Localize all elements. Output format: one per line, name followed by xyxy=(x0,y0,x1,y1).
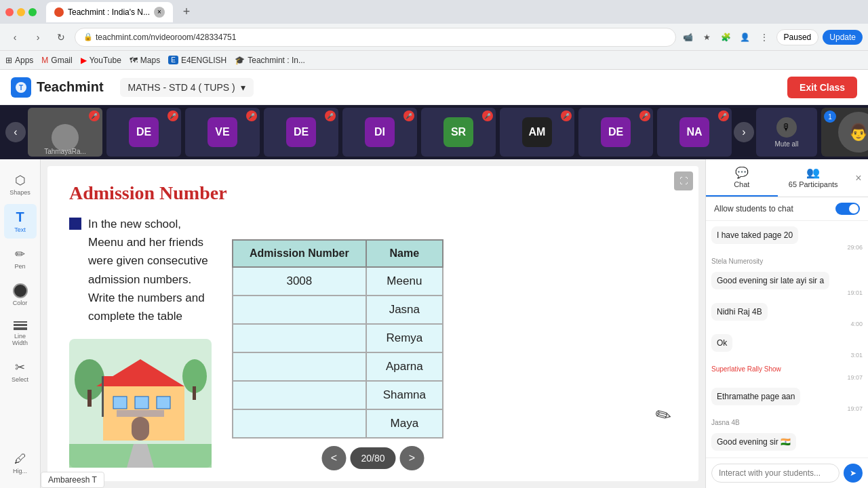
chat-messages: I have taked page 20 29:06 Stela Numeros… xyxy=(706,221,868,458)
pen-label: Pen xyxy=(14,263,25,270)
total-pages: 80 xyxy=(374,453,385,464)
url-text: teachmint.com/nvideoroom/428334751 xyxy=(96,33,236,42)
mute-all-icon: 🎙 xyxy=(776,117,797,138)
avatar-8: NA xyxy=(679,117,709,147)
address-bar[interactable]: 🔒 teachmint.com/nvideoroom/428334751 xyxy=(75,28,676,47)
class-selector[interactable]: MATHS - STD 4 ( TUPS ) ▾ xyxy=(120,78,254,97)
exit-class-btn[interactable]: Exit Class xyxy=(787,77,857,98)
window-minimize-btn[interactable] xyxy=(17,8,25,16)
paused-label: Paused xyxy=(784,33,812,42)
current-page: 20 xyxy=(361,453,372,464)
tab-favicon xyxy=(54,7,64,17)
tool-pen[interactable]: ✏ Pen xyxy=(4,241,37,275)
mic-muted-icon-8: 🎤 xyxy=(718,110,729,121)
main-area: ⬡ Shapes T Text ✏ Pen Color Line Width ✂… xyxy=(0,159,868,488)
menu-icon[interactable]: ⋮ xyxy=(756,29,772,45)
chat-icon: 💬 xyxy=(735,166,749,179)
bookmarks-bar: ⊞ Apps M Gmail ▶ YouTube 🗺 Maps E E4ENGL… xyxy=(0,51,868,70)
tool-color[interactable]: Color xyxy=(4,278,37,312)
new-tab-btn[interactable]: + xyxy=(177,3,196,22)
cell-name-0: Meenu xyxy=(366,267,443,296)
chat-input[interactable] xyxy=(711,464,840,483)
text-icon: T xyxy=(16,209,24,225)
chat-msg-5: Superlative Rally Show 19:07 xyxy=(711,365,863,381)
forward-btn[interactable]: › xyxy=(28,28,47,47)
bookmark-e4english[interactable]: E E4ENGLISH xyxy=(168,56,226,65)
participants-icon: 👥 xyxy=(806,166,820,179)
tab-chat[interactable]: 💬 Chat xyxy=(706,159,778,197)
profile-icon[interactable]: 👤 xyxy=(737,29,753,45)
toggle-knob xyxy=(849,204,859,214)
slide-table-wrap: Admission Number Name 3008 Meenu xyxy=(232,239,443,439)
cell-number-3 xyxy=(233,352,366,381)
window-maximize-btn[interactable] xyxy=(28,8,37,16)
apps-label: Apps xyxy=(15,56,33,65)
col-header-number: Admission Number xyxy=(233,240,366,267)
slide-navigation: < 20/80 > xyxy=(321,446,424,470)
cast-icon[interactable]: 📹 xyxy=(680,29,696,45)
bookmark-maps[interactable]: 🗺 Maps xyxy=(130,56,160,65)
mic-muted-icon-3: 🎤 xyxy=(325,110,336,121)
allow-chat-toggle[interactable] xyxy=(835,203,860,215)
bookmark-apps[interactable]: ⊞ Apps xyxy=(5,56,33,65)
tab-participants[interactable]: 👥 65 Participants xyxy=(778,159,850,197)
participant-card-7: DE 🎤 xyxy=(578,108,653,157)
app-header: T Teachmint MATHS - STD 4 ( TUPS ) ▾ Exi… xyxy=(0,70,868,105)
chat-msg-3: Nidhi Raj 4B 4:00 xyxy=(711,303,863,327)
chat-msg-time-5: 19:07 xyxy=(711,374,863,381)
toolbar-icons: 📹 ★ 🧩 👤 ⋮ xyxy=(680,29,772,45)
chat-msg-2: Good evening sir late ayi sir a 19:01 xyxy=(711,272,863,296)
slide-bullet: In the new school, Meenu and her friends… xyxy=(69,215,218,325)
bookmark-teachmint[interactable]: 🎓 Teachmint : In... xyxy=(235,56,305,65)
chat-msg-text-4: Ok xyxy=(711,334,732,352)
window-close-btn[interactable] xyxy=(5,8,14,16)
send-icon: ➤ xyxy=(850,468,856,478)
back-btn[interactable]: ‹ xyxy=(5,28,24,47)
tool-shapes[interactable]: ⬡ Shapes xyxy=(4,167,37,201)
slide-next-btn[interactable]: > xyxy=(400,446,425,470)
panel-collapse-btn[interactable]: × xyxy=(849,159,868,197)
shapes-label: Shapes xyxy=(9,189,31,196)
browser-tab-active[interactable]: Teachmint : India's N... × xyxy=(46,2,173,22)
slide-body: In the new school, Meenu and her friends… xyxy=(69,215,677,470)
tool-text[interactable]: T Text xyxy=(4,204,37,239)
refresh-btn[interactable]: ↻ xyxy=(52,28,71,47)
chat-msg-time-6: 19:07 xyxy=(711,405,863,412)
send-btn[interactable]: ➤ xyxy=(844,464,863,483)
tool-select[interactable]: ✂ Select xyxy=(4,354,37,388)
tab-close-btn[interactable]: × xyxy=(154,7,165,18)
participant-card-3: DE 🎤 xyxy=(264,108,338,157)
teacher-video-card: 1 👨 xyxy=(821,108,868,157)
user-badge: Ambareesh T xyxy=(41,472,104,488)
chat-msg-8: Good evening sir 🇮🇳 xyxy=(711,433,863,451)
bookmark-icon[interactable]: ★ xyxy=(699,29,715,45)
chat-msg-time-4: 3:01 xyxy=(711,352,863,359)
slide-counter: 20/80 xyxy=(350,447,395,469)
fullscreen-btn[interactable]: ⛶ xyxy=(674,171,693,190)
participants-next-btn[interactable]: › xyxy=(734,122,754,142)
participants-prev-btn[interactable]: ‹ xyxy=(5,122,26,142)
linewidth-icon xyxy=(12,320,28,331)
paused-btn[interactable]: Paused xyxy=(776,29,819,45)
panel-tabs: 💬 Chat 👥 65 Participants × xyxy=(706,159,868,197)
camera-count-badge: 1 xyxy=(824,110,836,123)
table-row-1: Jasna xyxy=(233,296,443,324)
mute-all-card[interactable]: 🎙 Mute all xyxy=(756,108,817,157)
e4english-icon: E xyxy=(168,56,178,64)
chat-msg-text-2: Good evening sir late ayi sir a xyxy=(711,272,829,289)
select-label: Select xyxy=(12,376,28,383)
slide-prev-btn[interactable]: < xyxy=(321,446,346,470)
svg-rect-16 xyxy=(102,376,104,417)
bookmark-gmail[interactable]: M Gmail xyxy=(41,56,72,65)
highlight-label: Hig... xyxy=(13,468,27,474)
table-row-3: Aparna xyxy=(233,352,443,381)
tool-highlight[interactable]: 🖊 Hig... xyxy=(4,447,37,480)
chat-msg-6: Ethramathe page aan 19:07 xyxy=(711,388,863,412)
tool-linewidth[interactable]: Line Width xyxy=(4,314,37,352)
linewidth-label: Line Width xyxy=(7,333,34,346)
house-svg xyxy=(69,339,212,468)
participant-card-8: NA 🎤 xyxy=(657,108,732,157)
extension-icon[interactable]: 🧩 xyxy=(718,29,734,45)
update-btn[interactable]: Update xyxy=(823,30,863,45)
bookmark-youtube[interactable]: ▶ YouTube xyxy=(81,56,121,65)
